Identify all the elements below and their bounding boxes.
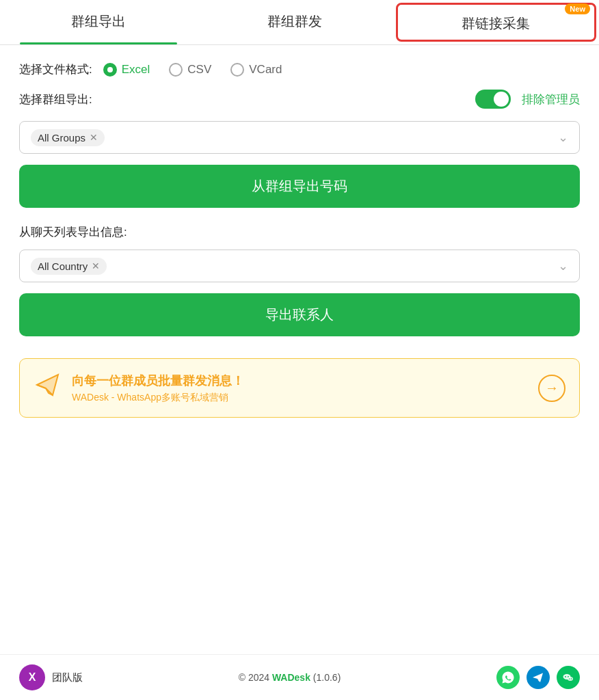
tab-group-broadcast[interactable]: 群组群发 (196, 0, 392, 44)
new-badge: New (565, 3, 590, 14)
radio-circle-csv (169, 63, 183, 77)
exclude-admin-toggle[interactable] (475, 90, 511, 109)
radio-circle-excel (103, 63, 117, 77)
group-export-label: 选择群组导出: (19, 92, 92, 107)
file-format-radio-group: Excel CSV VCard (103, 63, 282, 77)
tab-bar: 群组导出 群组群发 群链接采集 New (0, 0, 599, 45)
telegram-icon[interactable] (527, 666, 550, 689)
footer-social-links (496, 666, 580, 689)
ad-icon (34, 371, 61, 405)
svg-point-1 (565, 676, 566, 677)
svg-point-4 (569, 678, 570, 679)
ad-arrow-button[interactable]: → (538, 375, 565, 402)
avatar: X (19, 664, 45, 690)
tab-group-export[interactable]: 群组导出 (0, 0, 196, 44)
tab-group-link[interactable]: 群链接采集 New (396, 3, 596, 42)
svg-point-3 (568, 677, 573, 681)
footer-left: X 团队版 (19, 664, 83, 690)
ad-subtitle: WADesk - WhatsApp多账号私域营销 (72, 392, 527, 404)
main-content: 选择文件格式: Excel CSV VCard 选择群组导出: 排除管理员 (0, 45, 599, 448)
ad-text-block: 向每一位群成员批量群发消息！ WADesk - WhatsApp多账号私域营销 (72, 373, 527, 404)
ad-title: 向每一位群成员批量群发消息！ (72, 373, 527, 389)
team-label: 团队版 (52, 671, 83, 684)
group-select-tag: All Groups ✕ (31, 129, 105, 146)
file-format-label: 选择文件格式: (19, 62, 92, 77)
radio-excel[interactable]: Excel (103, 63, 150, 77)
exclude-admin-label: 排除管理员 (522, 92, 580, 107)
country-select-tag: All Country ✕ (31, 258, 107, 275)
radio-circle-vcard (230, 63, 244, 77)
file-format-row: 选择文件格式: Excel CSV VCard (19, 62, 580, 77)
toggle-row: 排除管理员 (475, 90, 580, 109)
whatsapp-icon[interactable] (496, 666, 520, 689)
chat-export-label: 从聊天列表导出信息: (19, 224, 580, 240)
country-select-box[interactable]: All Country ✕ ⌄ (19, 250, 580, 282)
radio-csv[interactable]: CSV (169, 63, 211, 77)
footer-copyright: © 2024 WADesk (1.0.6) (83, 672, 496, 683)
group-select-chevron: ⌄ (558, 130, 568, 145)
footer: X 团队版 © 2024 WADesk (1.0.6) (0, 654, 599, 700)
country-tag-close[interactable]: ✕ (92, 260, 100, 271)
country-select-chevron: ⌄ (558, 258, 568, 273)
svg-point-5 (571, 678, 572, 679)
group-export-label-row: 选择群组导出: 排除管理员 (19, 90, 580, 109)
ad-banner[interactable]: 向每一位群成员批量群发消息！ WADesk - WhatsApp多账号私域营销 … (19, 358, 580, 418)
export-group-button[interactable]: 从群组导出号码 (19, 165, 580, 208)
group-select-box[interactable]: All Groups ✕ ⌄ (19, 121, 580, 154)
export-contact-button[interactable]: 导出联系人 (19, 293, 580, 336)
radio-vcard[interactable]: VCard (230, 63, 282, 77)
group-tag-close[interactable]: ✕ (90, 132, 98, 143)
wechat-icon[interactable] (557, 666, 580, 689)
